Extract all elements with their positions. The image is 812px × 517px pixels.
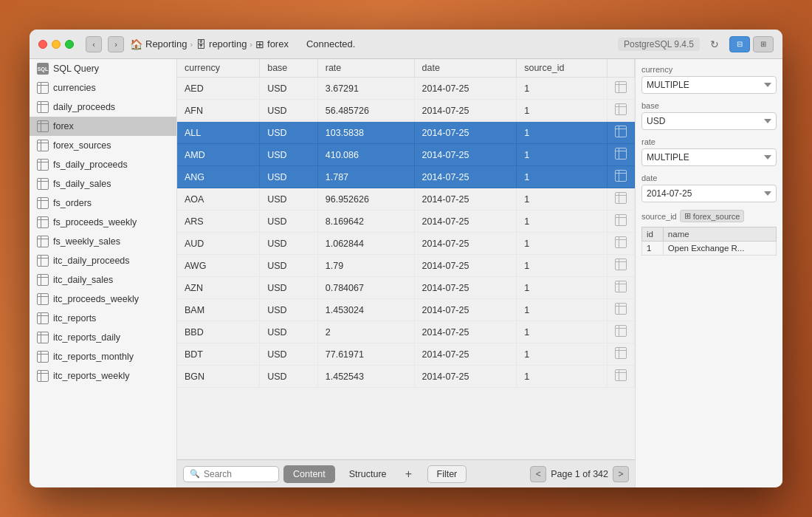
minimize-button[interactable] bbox=[52, 40, 61, 49]
prev-page-button[interactable]: < bbox=[530, 466, 546, 482]
table-row[interactable]: AUDUSD1.0628442014-07-251 bbox=[177, 233, 635, 255]
table-row[interactable]: ALLUSD103.58382014-07-251 bbox=[177, 122, 635, 144]
filter-currency-select[interactable]: MULTIPLE bbox=[641, 76, 777, 94]
row-table-icon[interactable] bbox=[615, 369, 627, 381]
cell-icon-container bbox=[608, 166, 635, 188]
breadcrumb-sep-1: › bbox=[190, 40, 193, 49]
tab-content[interactable]: Content bbox=[283, 465, 335, 483]
table-row[interactable]: BDTUSD77.619712014-07-251 bbox=[177, 343, 635, 366]
sidebar-item-itc-daily-proceeds[interactable]: itc_daily_proceeds bbox=[30, 251, 176, 270]
filter-date-select[interactable]: 2014-07-25 bbox=[641, 185, 777, 202]
cell-currency: AED bbox=[177, 78, 260, 100]
next-page-button[interactable]: > bbox=[613, 466, 629, 482]
table-row[interactable]: AFNUSD56.4857262014-07-251 bbox=[177, 100, 635, 122]
row-table-icon[interactable] bbox=[615, 236, 627, 248]
mini-table-row[interactable]: 1 Open Exchange R... bbox=[642, 242, 777, 256]
sidebar: SQL SQL Query currencies daily_proceeds … bbox=[30, 59, 177, 487]
table-row[interactable]: BBDUSD22014-07-251 bbox=[177, 321, 635, 343]
filter-button[interactable]: Filter bbox=[427, 465, 467, 483]
table-row[interactable]: ARSUSD8.1696422014-07-251 bbox=[177, 210, 635, 233]
sidebar-item-itc-reports[interactable]: itc_reports bbox=[30, 309, 176, 328]
table-row[interactable]: BAMUSD1.4530242014-07-251 bbox=[177, 299, 635, 321]
sidebar-item-forex[interactable]: forex bbox=[30, 117, 176, 136]
filter-base-select[interactable]: USD bbox=[641, 112, 777, 130]
tab-structure[interactable]: Structure bbox=[340, 465, 396, 483]
row-table-icon[interactable] bbox=[615, 126, 627, 137]
sidebar-item-itc-reports-weekly[interactable]: itc_reports_weekly bbox=[30, 366, 176, 386]
sidebar-item-fs-daily-sales[interactable]: fs_daily_sales bbox=[30, 174, 176, 194]
row-table-icon[interactable] bbox=[615, 170, 627, 182]
sidebar-item-fs-weekly-sales[interactable]: fs_weekly_sales bbox=[30, 232, 176, 251]
row-table-icon[interactable] bbox=[615, 303, 627, 315]
sidebar-label-itc-daily-proceeds: itc_daily_proceeds bbox=[53, 256, 130, 266]
filter-rate-select[interactable]: MULTIPLE bbox=[641, 148, 777, 166]
breadcrumb-reporting-db[interactable]: 🗄 reporting bbox=[196, 38, 247, 50]
sql-icon: SQL bbox=[37, 63, 49, 75]
sidebar-item-itc-reports-daily[interactable]: itc_reports_daily bbox=[30, 328, 176, 347]
cell-date: 2014-07-25 bbox=[414, 343, 517, 366]
table-row[interactable]: ANGUSD1.7872014-07-251 bbox=[177, 166, 635, 188]
cell-base: USD bbox=[260, 166, 318, 188]
breadcrumb-reporting-label: Reporting bbox=[145, 38, 187, 49]
sidebar-item-itc-proceeds-weekly[interactable]: itc_proceeds_weekly bbox=[30, 290, 176, 309]
sidebar-item-daily-proceeds[interactable]: daily_proceeds bbox=[30, 97, 176, 117]
table-row[interactable]: BGNUSD1.4525432014-07-251 bbox=[177, 366, 635, 388]
breadcrumb-reporting[interactable]: 🏠 Reporting bbox=[130, 38, 187, 50]
table-icon-itc-reports bbox=[37, 312, 49, 324]
source-id-section: source_id ⊞ forex_source id name bbox=[641, 210, 777, 256]
forward-button[interactable]: › bbox=[108, 36, 124, 52]
cell-source_id: 1 bbox=[517, 233, 608, 255]
close-button[interactable] bbox=[38, 40, 47, 49]
view-right-button[interactable]: ⊞ bbox=[753, 36, 774, 52]
add-button[interactable]: + bbox=[401, 466, 417, 482]
cell-icon-container bbox=[608, 100, 635, 122]
table-row[interactable]: AZNUSD0.7840672014-07-251 bbox=[177, 277, 635, 299]
row-table-icon[interactable] bbox=[615, 81, 627, 93]
source-tag[interactable]: ⊞ forex_source bbox=[680, 210, 745, 222]
breadcrumb-sep-2: › bbox=[250, 40, 252, 49]
search-input[interactable] bbox=[204, 469, 270, 479]
row-table-icon[interactable] bbox=[615, 103, 627, 115]
table-icon-currencies bbox=[37, 82, 49, 94]
cell-currency: BGN bbox=[177, 366, 260, 388]
home-icon: 🏠 bbox=[130, 38, 142, 50]
sidebar-item-sql-query[interactable]: SQL SQL Query bbox=[30, 59, 176, 78]
cell-currency: ALL bbox=[177, 122, 260, 144]
sidebar-label-daily-proceeds: daily_proceeds bbox=[53, 102, 115, 112]
back-button[interactable]: ‹ bbox=[86, 36, 102, 52]
table-row[interactable]: AWGUSD1.792014-07-251 bbox=[177, 255, 635, 277]
row-table-icon[interactable] bbox=[615, 192, 627, 204]
bottom-toolbar: 🔍 Content Structure + Filter < Page 1 of… bbox=[177, 459, 635, 487]
row-table-icon[interactable] bbox=[615, 281, 627, 292]
row-table-icon[interactable] bbox=[615, 214, 627, 226]
sidebar-item-forex-sources[interactable]: forex_sources bbox=[30, 136, 176, 155]
sidebar-item-itc-daily-sales[interactable]: itc_daily_sales bbox=[30, 270, 176, 290]
row-table-icon[interactable] bbox=[615, 258, 627, 270]
table-row[interactable]: AMDUSD410.0862014-07-251 bbox=[177, 144, 635, 166]
refresh-button[interactable]: ↻ bbox=[706, 35, 723, 53]
row-table-icon[interactable] bbox=[615, 325, 627, 337]
sidebar-item-fs-proceeds-weekly[interactable]: fs_proceeds_weekly bbox=[30, 213, 176, 232]
row-table-icon[interactable] bbox=[615, 148, 627, 160]
cell-date: 2014-07-25 bbox=[414, 122, 517, 144]
cell-base: USD bbox=[260, 122, 318, 144]
table-row[interactable]: AOAUSD96.9526262014-07-251 bbox=[177, 188, 635, 210]
table-container: currency base rate date source_id AEDUSD… bbox=[177, 59, 635, 459]
mini-col-name: name bbox=[663, 227, 776, 242]
table-icon-itc-reports-daily bbox=[37, 332, 49, 343]
maximize-button[interactable] bbox=[65, 40, 74, 49]
cell-date: 2014-07-25 bbox=[414, 233, 517, 255]
breadcrumb-forex[interactable]: ⊞ forex bbox=[255, 38, 289, 50]
filter-date: date 2014-07-25 bbox=[641, 174, 777, 202]
sidebar-item-itc-reports-monthly[interactable]: itc_reports_monthly bbox=[30, 347, 176, 366]
row-table-icon[interactable] bbox=[615, 347, 627, 359]
table-row[interactable]: AEDUSD3.672912014-07-251 bbox=[177, 78, 635, 100]
cell-source_id: 1 bbox=[517, 210, 608, 233]
col-base: base bbox=[260, 59, 318, 78]
sidebar-item-fs-daily-proceeds[interactable]: fs_daily_proceeds bbox=[30, 155, 176, 174]
data-table: currency base rate date source_id AEDUSD… bbox=[177, 59, 635, 388]
cell-date: 2014-07-25 bbox=[414, 299, 517, 321]
view-split-button[interactable]: ⊟ bbox=[729, 36, 750, 52]
sidebar-item-fs-orders[interactable]: fs_orders bbox=[30, 194, 176, 213]
sidebar-item-currencies[interactable]: currencies bbox=[30, 78, 176, 97]
